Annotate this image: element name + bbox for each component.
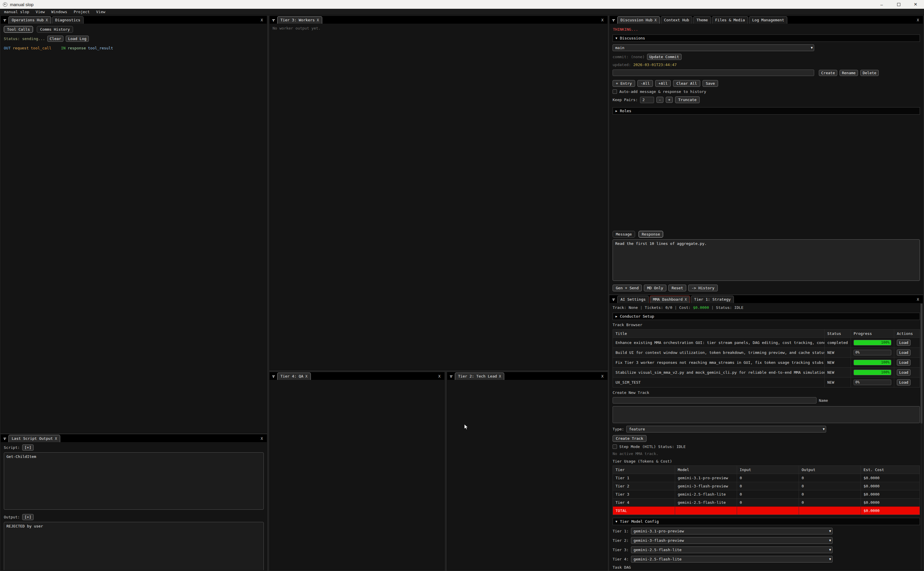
tab-close-icon[interactable]: X (317, 18, 319, 22)
decrement-button[interactable]: - (656, 97, 664, 103)
gen-send-button[interactable]: Gen + Send (613, 285, 642, 291)
step-mode-checkbox[interactable] (613, 444, 617, 449)
track-name-input[interactable] (613, 397, 816, 404)
truncate-button[interactable]: Truncate (675, 96, 700, 103)
tab-tool-calls[interactable]: Tool Calls (4, 26, 33, 33)
to-history-button[interactable]: -> History (688, 285, 718, 291)
menu-item-view[interactable]: View (35, 10, 45, 14)
minimize-icon[interactable]: – (873, 0, 890, 9)
tab-mma-dashboard[interactable]: MMA Dashboard X (650, 296, 690, 303)
load-button[interactable]: Load (897, 360, 910, 366)
load-button[interactable]: Load (897, 379, 910, 386)
tier2-model-select[interactable]: gemini-3-flash-preview ▼ (631, 537, 833, 544)
discussions-section-header[interactable]: ▼ Discussions (613, 34, 920, 42)
tier2-techlead-tabbar: ▼ Tier 2: Tech Lead X X (447, 372, 607, 380)
discussion-select[interactable]: main ▼ (613, 45, 814, 51)
legend-tool-call: tool_call (31, 46, 51, 50)
tab-files-media[interactable]: Files & Media (712, 16, 748, 24)
panel-menu-icon[interactable]: ▼ (611, 18, 616, 23)
tab-close-icon[interactable]: X (685, 298, 687, 302)
tab-context-hub[interactable]: Context Hub (661, 16, 692, 24)
app-icon (3, 2, 7, 7)
tab-close-icon[interactable]: X (55, 437, 57, 441)
tab-message[interactable]: Message (613, 231, 635, 238)
panel-close-icon[interactable]: X (914, 17, 922, 24)
panel-tier4-qa: ▼ Tier 4: QA X X (270, 372, 445, 570)
panel-menu-icon[interactable]: ▼ (271, 374, 276, 379)
tab-close-icon[interactable]: X (654, 18, 657, 22)
expand-all-button[interactable]: +All (655, 80, 671, 87)
roles-section-header[interactable]: ▶ Roles (613, 107, 920, 114)
scrollbar[interactable] (921, 304, 922, 569)
track-description-textarea[interactable] (613, 406, 920, 423)
create-button[interactable]: Create (819, 70, 837, 76)
panel-menu-icon[interactable]: ▼ (271, 18, 276, 23)
create-track-button[interactable]: Create Track (613, 435, 647, 442)
tab-last-script-output[interactable]: Last Script Output X (8, 435, 60, 442)
load-button[interactable]: Load (897, 340, 910, 346)
tier4-model-select[interactable]: gemini-2.5-flash-lite ▼ (631, 556, 833, 563)
reset-button[interactable]: Reset (668, 285, 686, 291)
md-only-button[interactable]: MD Only (644, 285, 666, 291)
clear-all-button[interactable]: Clear All (673, 80, 700, 87)
save-button[interactable]: Save (702, 80, 718, 87)
add-entry-button[interactable]: + Entry (613, 80, 635, 87)
tab-close-icon[interactable]: X (46, 18, 48, 22)
auto-add-checkbox[interactable] (613, 90, 617, 94)
tab-diagnostics[interactable]: Diagnostics (52, 16, 83, 24)
panel-close-icon[interactable]: X (599, 373, 606, 380)
load-log-button[interactable]: Load Log (66, 35, 89, 42)
tab-close-icon[interactable]: X (499, 374, 501, 378)
panel-menu-icon[interactable]: ▼ (448, 374, 454, 379)
tab-ai-settings[interactable]: AI Settings (617, 296, 649, 303)
script-expand-button[interactable]: [+] (22, 444, 34, 451)
menu-item-manual-slop[interactable]: manual slop (4, 10, 29, 14)
tier-model-config-header[interactable]: ▼ Tier Model Config (613, 518, 920, 525)
tab-tier3-workers[interactable]: Tier 3: Workers X (277, 16, 322, 24)
delete-button[interactable]: Delete (860, 70, 879, 76)
panel-close-icon[interactable]: X (258, 17, 266, 24)
panel-menu-icon[interactable]: ▼ (2, 18, 7, 23)
load-button[interactable]: Load (897, 369, 910, 375)
script-textarea[interactable]: Get-ChildItem (4, 452, 264, 510)
panel-close-icon[interactable]: X (599, 17, 606, 24)
track-type-select[interactable]: feature ▼ (626, 426, 826, 432)
progress-bar: 100% (853, 360, 891, 365)
panel-close-icon[interactable]: X (258, 435, 266, 442)
tier1-model-select[interactable]: gemini-3.1-pro-preview ▼ (631, 528, 833, 534)
increment-button[interactable]: + (666, 97, 673, 103)
clear-button[interactable]: Clear (47, 35, 63, 42)
maximize-icon[interactable] (890, 0, 907, 9)
collapse-all-button[interactable]: -All (638, 80, 653, 87)
keep-pairs-input[interactable]: 2 (640, 97, 654, 103)
update-commit-button[interactable]: Update Commit (647, 54, 682, 60)
panel-menu-icon[interactable]: ▼ (611, 297, 616, 302)
menu-item-project[interactable]: Project (74, 10, 90, 14)
menu-item-windows[interactable]: Windows (51, 10, 67, 14)
panel-close-icon[interactable]: X (436, 373, 443, 380)
scrollbar-thumb[interactable] (921, 304, 922, 423)
tab-close-icon[interactable]: X (305, 374, 307, 378)
menu-item-view-2[interactable]: View (96, 10, 105, 14)
tier3-label: Tier 3: (613, 548, 629, 552)
conductor-setup-header[interactable]: ▶ Conductor Setup (613, 313, 920, 320)
tab-tier4-qa[interactable]: Tier 4: QA X (277, 373, 311, 380)
output-textarea[interactable]: REJECTED by user (4, 522, 264, 570)
tab-log-management[interactable]: Log Management (749, 16, 788, 24)
load-button[interactable]: Load (897, 349, 910, 356)
tab-discussion-hub[interactable]: Discussion Hub X (617, 16, 660, 24)
tab-operations-hub[interactable]: Operations Hub X (8, 16, 51, 24)
tab-tier2-techlead[interactable]: Tier 2: Tech Lead X (455, 373, 504, 380)
tier3-model-select[interactable]: gemini-2.5-flash-lite ▼ (631, 546, 833, 553)
message-textarea[interactable]: Read the first 10 lines of aggregate.py. (613, 239, 920, 281)
close-icon[interactable]: ✕ (907, 0, 924, 9)
tab-tier1-strategy[interactable]: Tier 1: Strategy (691, 296, 734, 303)
panel-close-icon[interactable]: X (914, 296, 922, 303)
panel-menu-icon[interactable]: ▼ (2, 436, 7, 441)
tab-response[interactable]: Response (639, 231, 664, 238)
discussion-name-input[interactable] (613, 69, 814, 76)
output-expand-button[interactable]: [+] (22, 514, 34, 520)
tab-comms-history[interactable]: Comms History (37, 26, 73, 33)
rename-button[interactable]: Rename (839, 70, 858, 76)
tab-theme[interactable]: Theme (693, 16, 711, 24)
